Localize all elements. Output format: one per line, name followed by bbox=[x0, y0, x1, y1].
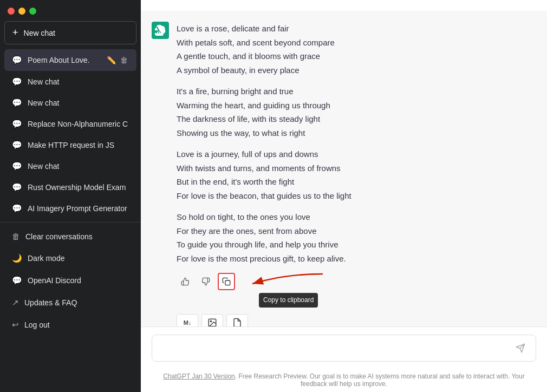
poem-line: Warming the heart, and guiding us throug… bbox=[177, 99, 536, 113]
external-link-icon: ↗ bbox=[12, 298, 19, 308]
chat-icon: 💬 bbox=[12, 119, 22, 129]
export-buttons-row: M↓ bbox=[177, 314, 536, 326]
sidebar-item-label: Rust Ownership Model Exam bbox=[28, 183, 129, 192]
chat-icon: 💬 bbox=[12, 140, 22, 150]
chat-icon: 💬 bbox=[12, 204, 22, 213]
send-icon bbox=[516, 343, 525, 353]
sidebar-item-label: AI Imagery Prompt Generator bbox=[28, 204, 129, 213]
poem-line: A gentle touch, and it blooms with grace bbox=[177, 49, 536, 63]
main-content: Love is a rose, delicate and fair With p… bbox=[141, 0, 547, 392]
sidebar-item-new-chat-2[interactable]: 💬 New chat bbox=[4, 93, 136, 113]
sidebar-item-rust-ownership[interactable]: 💬 Rust Ownership Model Exam bbox=[4, 177, 136, 198]
sidebar-item-label: New chat bbox=[28, 162, 129, 171]
poem-line: A symbol of beauty, in every place bbox=[177, 63, 536, 77]
footer-text: . Free Research Preview. Our goal is to … bbox=[235, 373, 525, 388]
chat-input[interactable] bbox=[160, 343, 513, 353]
poem-line: Love is a journey, full of ups and downs bbox=[177, 147, 536, 161]
sidebar-item-label: Updates & FAQ bbox=[24, 298, 77, 307]
poem-line: To guide you through life, and help you … bbox=[177, 238, 536, 252]
discord-icon: 💬 bbox=[12, 276, 22, 285]
chat-icon: 💬 bbox=[12, 182, 22, 192]
markdown-icon: M↓ bbox=[184, 319, 192, 326]
input-area bbox=[141, 326, 547, 369]
thumbs-up-button[interactable] bbox=[177, 273, 194, 290]
sidebar-item-label: New chat bbox=[28, 99, 129, 107]
poem-line: For love is the beacon, that guides us t… bbox=[177, 189, 536, 203]
send-button[interactable] bbox=[513, 341, 528, 356]
sidebar-item-clear-conversations[interactable]: 🗑 Clear conversations bbox=[4, 226, 136, 247]
chat-icon: 💬 bbox=[12, 55, 22, 65]
sidebar-item-label: Replace Non-Alphanumeric C bbox=[28, 120, 129, 128]
logout-icon: ↩ bbox=[12, 320, 19, 330]
edit-icon[interactable]: ✏️ bbox=[106, 55, 117, 66]
sidebar-item-log-out[interactable]: ↩ Log out bbox=[4, 314, 136, 336]
sidebar-item-label: Poem About Love. bbox=[28, 56, 100, 64]
sidebar-item-label: Dark mode bbox=[28, 254, 64, 263]
sidebar-item-label: Make HTTP request in JS bbox=[28, 141, 129, 149]
assistant-header: Love is a rose, delicate and fair With p… bbox=[152, 22, 536, 326]
poem-stanza-1: Love is a rose, delicate and fair With p… bbox=[177, 22, 536, 77]
chat-icon: 💬 bbox=[12, 77, 22, 87]
footer-disclaimer: ChatGPT Jan 30 Version. Free Research Pr… bbox=[141, 369, 547, 392]
poem-line: Love is a rose, delicate and fair bbox=[177, 22, 536, 36]
poem-line: Showing us the way, to what is right bbox=[177, 126, 536, 140]
pdf-icon bbox=[232, 318, 242, 326]
action-row-container: Copy to clipboard bbox=[177, 273, 536, 326]
svg-point-3 bbox=[210, 321, 211, 322]
chat-messages: Love is a rose, delicate and fair With p… bbox=[141, 0, 547, 326]
poem-line: With twists and turns, and moments of fr… bbox=[177, 161, 536, 175]
assistant-message-block: Love is a rose, delicate and fair With p… bbox=[141, 11, 547, 326]
sidebar-item-ai-imagery[interactable]: 💬 AI Imagery Prompt Generator bbox=[4, 198, 136, 219]
poem-line: For they are the ones, sent from above bbox=[177, 224, 536, 238]
close-button[interactable] bbox=[8, 8, 15, 15]
poem-content: Love is a rose, delicate and fair With p… bbox=[177, 22, 536, 326]
delete-icon[interactable]: 🗑 bbox=[119, 55, 129, 66]
sidebar-item-dark-mode[interactable]: 🌙 Dark mode bbox=[4, 247, 136, 269]
plus-icon: + bbox=[12, 27, 18, 38]
assistant-avatar bbox=[152, 22, 169, 39]
input-box bbox=[152, 335, 536, 362]
new-chat-label: New chat bbox=[24, 29, 55, 37]
sidebar-item-make-http-request[interactable]: 💬 Make HTTP request in JS bbox=[4, 135, 136, 155]
chat-icon: 💬 bbox=[12, 161, 22, 171]
moon-icon: 🌙 bbox=[12, 253, 22, 263]
poem-line: It's a fire, burning bright and true bbox=[177, 84, 536, 99]
new-chat-button[interactable]: + New chat bbox=[4, 21, 136, 44]
poem-line: But in the end, it's worth the fight bbox=[177, 175, 536, 189]
trash-icon: 🗑 bbox=[12, 232, 20, 241]
sidebar-divider bbox=[0, 222, 141, 223]
chat-icon: 💬 bbox=[12, 98, 22, 108]
sidebar-item-label: Clear conversations bbox=[25, 232, 93, 241]
sidebar-item-poem-about-love[interactable]: 💬 Poem About Love. ✏️ 🗑 bbox=[4, 49, 136, 71]
action-buttons-row: Copy to clipboard bbox=[177, 273, 536, 290]
sidebar-item-new-chat-1[interactable]: 💬 New chat bbox=[4, 71, 136, 92]
maximize-button[interactable] bbox=[29, 8, 36, 15]
poem-line: So hold on tight, to the ones you love bbox=[177, 210, 536, 224]
sidebar-item-new-chat-3[interactable]: 💬 New chat bbox=[4, 156, 136, 177]
poem-stanza-2: It's a fire, burning bright and true War… bbox=[177, 84, 536, 140]
sidebar-item-updates-faq[interactable]: ↗ Updates & FAQ bbox=[4, 292, 136, 313]
sidebar-item-openai-discord[interactable]: 💬 OpenAI Discord bbox=[4, 270, 136, 291]
poem-stanza-4: So hold on tight, to the ones you love F… bbox=[177, 210, 536, 265]
sidebar-item-label: OpenAI Discord bbox=[28, 276, 81, 285]
export-markdown-button[interactable]: M↓ bbox=[177, 314, 198, 326]
image-icon bbox=[207, 318, 217, 326]
sidebar-item-label: New chat bbox=[28, 77, 129, 86]
chat-history-list: 💬 Poem About Love. ✏️ 🗑 💬 New chat 💬 New… bbox=[0, 47, 141, 392]
export-pdf-button[interactable] bbox=[226, 314, 248, 326]
item-actions: ✏️ 🗑 bbox=[106, 55, 129, 66]
export-image-button[interactable] bbox=[201, 314, 223, 326]
traffic-lights bbox=[0, 0, 141, 19]
poem-line: With petals soft, and scent beyond compa… bbox=[177, 36, 536, 50]
poem-stanza-3: Love is a journey, full of ups and downs… bbox=[177, 147, 536, 202]
sidebar-item-replace-non-alpha[interactable]: 💬 Replace Non-Alphanumeric C bbox=[4, 114, 136, 134]
version-link[interactable]: ChatGPT Jan 30 Version bbox=[163, 373, 235, 380]
sidebar-item-label: Log out bbox=[24, 321, 50, 329]
sidebar: + New chat 💬 Poem About Love. ✏️ 🗑 💬 New… bbox=[0, 0, 141, 392]
minimize-button[interactable] bbox=[18, 8, 25, 15]
poem-line: The darkness of life, with its steady li… bbox=[177, 112, 536, 126]
poem-line: For love is the most precious gift, to k… bbox=[177, 252, 536, 266]
red-arrow-annotation bbox=[209, 269, 328, 301]
